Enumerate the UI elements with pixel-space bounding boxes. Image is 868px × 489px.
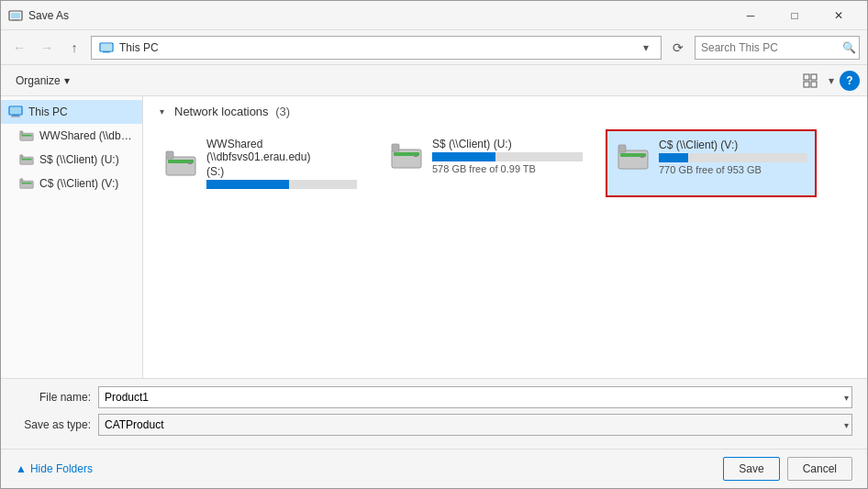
sidebar-item-cs-client[interactable]: C$ (\\Client) (V:) [1, 172, 142, 195]
wwshared-progress-bar [206, 180, 289, 189]
save-button[interactable]: Save [723, 457, 779, 481]
filename-wrapper: ▾ [98, 386, 852, 408]
sidebar-label-cs-client: C$ (\\Client) (V:) [39, 177, 118, 190]
cancel-button[interactable]: Cancel [787, 457, 852, 481]
svg-rect-11 [10, 107, 21, 114]
action-bar: ▲ Hide Folders Save Cancel [1, 449, 867, 488]
drive-item-cs-client[interactable]: C$ (\\Client) (V:) 770 GB free of 953 GB [606, 129, 817, 197]
minimize-button[interactable]: ─ [729, 1, 772, 30]
main-content: This PC WWShared (\\dbfsv... [1, 96, 867, 378]
svg-rect-12 [12, 115, 19, 117]
address-bar: ← → ↑ This PC ▾ ⟳ 🔍 [1, 30, 867, 65]
hide-folders-icon: ▲ [16, 462, 27, 475]
svg-rect-16 [20, 131, 23, 134]
wwshared-progress-container [206, 180, 357, 189]
action-buttons: Save Cancel [723, 457, 852, 481]
back-button[interactable]: ← [8, 37, 30, 59]
drive-grid: WWShared (\\dbfsvs01.erau.edu) (S:) [154, 129, 856, 197]
address-text: This PC [119, 41, 633, 54]
drive-item-ss-client[interactable]: S$ (\\Client) (U:) 578 GB free of 0.99 T… [380, 129, 591, 197]
ss-drive-name: S$ (\\Client) (U:) [432, 138, 583, 150]
organize-button[interactable]: Organize ▾ [8, 69, 77, 93]
up-button[interactable]: ↑ [63, 37, 85, 59]
svg-rect-34 [640, 156, 644, 158]
filename-row: File name: ▾ [16, 386, 852, 408]
cs-drive-space: 770 GB free of 953 GB [659, 164, 807, 175]
forward-icon: → [40, 40, 53, 55]
cs-progress-container [659, 153, 807, 162]
back-icon: ← [13, 40, 26, 55]
collapse-button[interactable]: ▾ [154, 104, 169, 118]
search-box[interactable]: 🔍 [695, 36, 860, 60]
svg-rect-20 [20, 181, 33, 188]
svg-rect-4 [101, 44, 112, 50]
sidebar-label-wwshared: WWShared (\\dbfsv... [39, 129, 135, 142]
ss-client-icon [19, 152, 34, 167]
svg-rect-33 [618, 145, 626, 152]
svg-rect-17 [20, 157, 33, 164]
svg-rect-22 [20, 179, 23, 182]
hide-folders-label: Hide Folders [30, 462, 93, 475]
view-button[interactable] [797, 69, 823, 93]
svg-rect-19 [20, 155, 23, 158]
svg-rect-5 [103, 51, 110, 53]
svg-rect-9 [811, 82, 817, 87]
filetype-label: Save as type: [16, 418, 98, 431]
filename-input[interactable] [98, 386, 852, 408]
sidebar: This PC WWShared (\\dbfsv... [1, 96, 143, 378]
help-button[interactable]: ? [840, 71, 860, 91]
organize-label: Organize [16, 74, 61, 87]
svg-rect-29 [392, 144, 399, 151]
refresh-button[interactable]: ⟳ [667, 37, 689, 59]
search-input[interactable] [701, 41, 839, 54]
sidebar-label-this-pc: This PC [28, 106, 68, 118]
address-dropdown-icon[interactable]: ▾ [639, 40, 653, 55]
ss-drive-icon [388, 138, 425, 174]
section-header: ▾ Network locations (3) [154, 104, 856, 118]
organize-dropdown-icon: ▾ [64, 74, 70, 87]
forward-button[interactable]: → [36, 37, 58, 59]
ss-drive-space: 578 GB free of 0.99 TB [432, 163, 583, 174]
svg-rect-7 [811, 74, 817, 80]
view-icon [803, 73, 818, 88]
svg-rect-15 [21, 135, 31, 137]
filetype-row: Save as type: CATProduct ▾ [16, 414, 852, 436]
file-area: ▾ Network locations (3) [143, 96, 867, 378]
bottom-section: File name: ▾ Save as type: CATProduct ▾ [1, 378, 867, 449]
title-bar-icon [8, 8, 23, 23]
sidebar-label-ss-client: S$ (\\Client) (U:) [39, 153, 119, 166]
title-bar: Save As ─ □ ✕ [1, 1, 867, 30]
toolbar: Organize ▾ ▾ ? [1, 65, 867, 96]
address-box[interactable]: This PC ▾ [91, 36, 662, 60]
close-button[interactable]: ✕ [818, 1, 860, 30]
svg-rect-21 [21, 183, 31, 184]
filetype-select[interactable]: CATProduct [98, 414, 852, 436]
wwshared-drive-icon [162, 145, 199, 182]
ss-progress-bar [432, 152, 495, 161]
svg-rect-2 [12, 19, 19, 21]
svg-rect-26 [188, 162, 192, 164]
this-pc-icon [8, 105, 23, 119]
view-dropdown-icon[interactable]: ▾ [829, 74, 834, 87]
svg-rect-18 [21, 159, 31, 161]
svg-rect-13 [11, 117, 20, 117]
svg-rect-25 [166, 151, 173, 159]
title-bar-controls: ─ □ ✕ [729, 1, 860, 30]
sidebar-item-wwshared[interactable]: WWShared (\\dbfsv... [1, 124, 142, 148]
address-location-icon [99, 40, 114, 55]
search-icon: 🔍 [842, 41, 856, 54]
sidebar-item-this-pc[interactable]: This PC [1, 100, 142, 124]
hide-folders-button[interactable]: ▲ Hide Folders [16, 462, 93, 475]
svg-rect-1 [11, 13, 20, 18]
title-bar-title: Save As [28, 9, 729, 22]
drive-item-wwshared[interactable]: WWShared (\\dbfsvs01.erau.edu) (S:) [154, 129, 365, 197]
wwshared-icon [19, 128, 34, 143]
svg-rect-14 [20, 133, 33, 140]
cs-progress-bar [659, 153, 688, 162]
wwshared-drive-letter: (S:) [206, 165, 357, 178]
ss-progress-container [432, 152, 583, 161]
toolbar-right: ▾ ? [797, 69, 860, 93]
sidebar-item-ss-client[interactable]: S$ (\\Client) (U:) [1, 148, 142, 172]
wwshared-drive-name: WWShared (\\dbfsvs01.erau.edu) [206, 138, 357, 163]
maximize-button[interactable]: □ [773, 1, 816, 30]
